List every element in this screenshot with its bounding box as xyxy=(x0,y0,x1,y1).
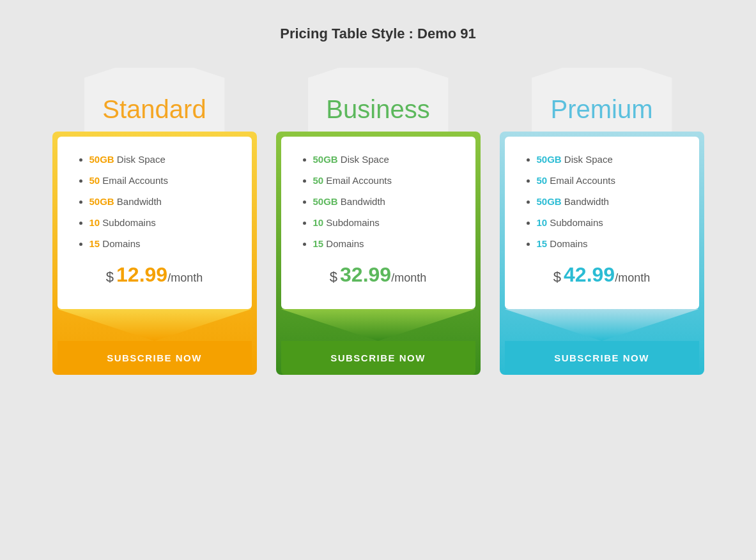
business-price: 32.99 xyxy=(340,263,391,287)
premium-feature-highlight-1: 50 xyxy=(537,175,548,186)
list-item: 50GB Disk Space xyxy=(89,153,233,166)
plan-business: Business50GB Disk Space50 Email Accounts… xyxy=(276,68,481,375)
plan-premium: Premium50GB Disk Space50 Email Accounts5… xyxy=(500,68,704,375)
premium-price: 42.99 xyxy=(564,263,615,287)
standard-period: /month xyxy=(167,271,203,285)
business-plan-name: Business xyxy=(326,95,429,124)
list-item: 50GB Bandwidth xyxy=(313,195,456,208)
list-item: 50GB Bandwidth xyxy=(89,195,233,208)
business-card-content: 50GB Disk Space50 Email Accounts50GB Ban… xyxy=(281,137,475,309)
business-card-bottom: SUBSCRIBE NOW xyxy=(276,309,481,375)
list-item: 50 Email Accounts xyxy=(537,174,680,187)
standard-feature-highlight-0: 50GB xyxy=(89,154,114,165)
business-currency: $ xyxy=(330,269,337,285)
standard-feature-highlight-2: 50GB xyxy=(89,196,114,207)
premium-price-row: $42.99/month xyxy=(524,263,680,293)
business-feature-highlight-1: 50 xyxy=(313,175,324,186)
premium-feature-highlight-2: 50GB xyxy=(537,196,562,207)
premium-plan-name: Premium xyxy=(550,95,652,124)
list-item: 50GB Bandwidth xyxy=(537,195,680,208)
standard-top-shape: Standard xyxy=(52,68,257,132)
premium-period: /month xyxy=(615,271,650,285)
business-feature-highlight-3: 10 xyxy=(313,217,324,228)
standard-feature-highlight-4: 15 xyxy=(89,238,100,249)
business-card: 50GB Disk Space50 Email Accounts50GB Ban… xyxy=(276,132,481,375)
premium-feature-highlight-3: 10 xyxy=(537,217,548,228)
business-price-row: $32.99/month xyxy=(300,263,456,293)
premium-card-bottom: SUBSCRIBE NOW xyxy=(500,309,704,375)
standard-currency: $ xyxy=(106,269,114,285)
list-item: 15 Domains xyxy=(537,237,680,250)
pricing-container: Standard50GB Disk Space50 Email Accounts… xyxy=(52,68,704,375)
page-title: Pricing Table Style : Demo 91 xyxy=(280,26,475,42)
standard-card-bottom: SUBSCRIBE NOW xyxy=(52,309,257,375)
list-item: 50GB Disk Space xyxy=(537,153,680,166)
standard-card-content: 50GB Disk Space50 Email Accounts50GB Ban… xyxy=(58,137,252,309)
list-item: 50GB Disk Space xyxy=(313,153,456,166)
premium-currency: $ xyxy=(553,269,561,285)
list-item: 10 Subdomains xyxy=(537,216,680,229)
list-item: 50 Email Accounts xyxy=(89,174,233,187)
business-feature-highlight-2: 50GB xyxy=(313,196,338,207)
standard-subscribe-button[interactable]: SUBSCRIBE NOW xyxy=(58,341,252,375)
standard-card: 50GB Disk Space50 Email Accounts50GB Ban… xyxy=(52,132,257,375)
premium-top-shape: Premium xyxy=(500,68,704,132)
standard-feature-highlight-1: 50 xyxy=(89,175,100,186)
list-item: 15 Domains xyxy=(89,237,233,250)
business-feature-highlight-0: 50GB xyxy=(313,154,338,165)
premium-chevron xyxy=(505,309,699,341)
premium-features-list: 50GB Disk Space50 Email Accounts50GB Ban… xyxy=(524,153,680,250)
business-subscribe-button[interactable]: SUBSCRIBE NOW xyxy=(281,341,475,375)
standard-feature-highlight-3: 10 xyxy=(89,217,100,228)
standard-price: 12.99 xyxy=(116,263,167,287)
list-item: 10 Subdomains xyxy=(89,216,233,229)
standard-chevron xyxy=(58,309,252,341)
premium-feature-highlight-4: 15 xyxy=(537,238,548,249)
standard-features-list: 50GB Disk Space50 Email Accounts50GB Ban… xyxy=(77,153,233,250)
business-period: /month xyxy=(391,271,426,285)
business-top-shape: Business xyxy=(276,68,481,132)
premium-feature-highlight-0: 50GB xyxy=(537,154,562,165)
premium-card: 50GB Disk Space50 Email Accounts50GB Ban… xyxy=(500,132,704,375)
business-feature-highlight-4: 15 xyxy=(313,238,324,249)
business-features-list: 50GB Disk Space50 Email Accounts50GB Ban… xyxy=(300,153,456,250)
standard-price-row: $12.99/month xyxy=(77,263,233,293)
list-item: 50 Email Accounts xyxy=(313,174,456,187)
standard-plan-name: Standard xyxy=(102,95,206,124)
list-item: 10 Subdomains xyxy=(313,216,456,229)
business-chevron xyxy=(281,309,475,341)
plan-standard: Standard50GB Disk Space50 Email Accounts… xyxy=(52,68,257,375)
list-item: 15 Domains xyxy=(313,237,456,250)
premium-card-content: 50GB Disk Space50 Email Accounts50GB Ban… xyxy=(505,137,699,309)
premium-subscribe-button[interactable]: SUBSCRIBE NOW xyxy=(505,341,699,375)
